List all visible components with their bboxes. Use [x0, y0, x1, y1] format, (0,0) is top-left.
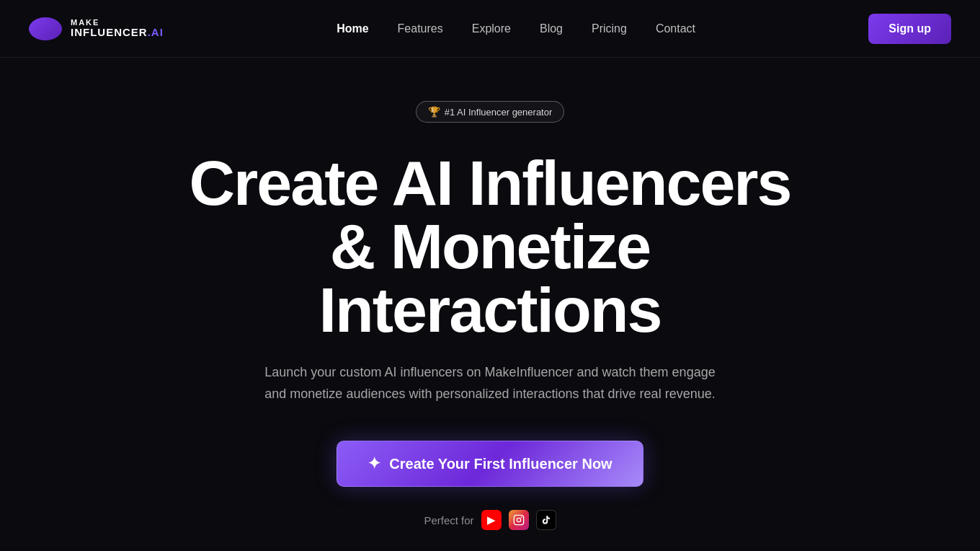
logo-blob	[29, 17, 62, 40]
nav-blog[interactable]: Blog	[540, 22, 563, 35]
hero-title-line1: Create AI Influencers	[189, 147, 790, 219]
instagram-icon	[509, 510, 529, 530]
perfect-for-label: Perfect for	[424, 514, 473, 526]
nav-features[interactable]: Features	[398, 22, 443, 35]
nav-contact[interactable]: Contact	[656, 22, 695, 35]
badge-text: #1 AI Influencer generator	[445, 107, 553, 118]
badge-emoji: 🏆	[428, 106, 440, 118]
cta-button[interactable]: ✦ Create Your First Influencer Now	[337, 441, 643, 487]
perfect-for: Perfect for ▶	[424, 510, 556, 530]
badge: 🏆 #1 AI Influencer generator	[416, 101, 565, 123]
tiktok-icon	[536, 510, 556, 530]
svg-point-2	[520, 517, 522, 519]
nav-pricing[interactable]: Pricing	[592, 22, 627, 35]
logo-text: MAKE INFLUENCER.ai	[71, 18, 164, 39]
nav-home[interactable]: Home	[337, 22, 368, 35]
cta-label: Create Your First Influencer Now	[389, 456, 612, 472]
svg-rect-0	[514, 516, 523, 525]
hero-title-line2: & Monetize Interactions	[319, 211, 662, 345]
hero-title: Create AI Influencers & Monetize Interac…	[166, 151, 814, 342]
wand-icon: ✦	[368, 454, 380, 473]
logo[interactable]: MAKE INFLUENCER.ai	[29, 17, 164, 40]
hero-section: 🏆 #1 AI Influencer generator Create AI I…	[0, 58, 980, 551]
logo-influencer: INFLUENCER.ai	[71, 27, 164, 39]
nav-links: Home Features Explore Blog Pricing Conta…	[337, 22, 695, 35]
youtube-icon: ▶	[481, 510, 502, 530]
signup-button[interactable]: Sign up	[868, 14, 951, 44]
nav-explore[interactable]: Explore	[472, 22, 511, 35]
hero-subtitle: Launch your custom AI influencers on Mak…	[252, 362, 728, 405]
svg-point-1	[517, 519, 520, 522]
navbar: MAKE INFLUENCER.ai Home Features Explore…	[0, 0, 980, 58]
